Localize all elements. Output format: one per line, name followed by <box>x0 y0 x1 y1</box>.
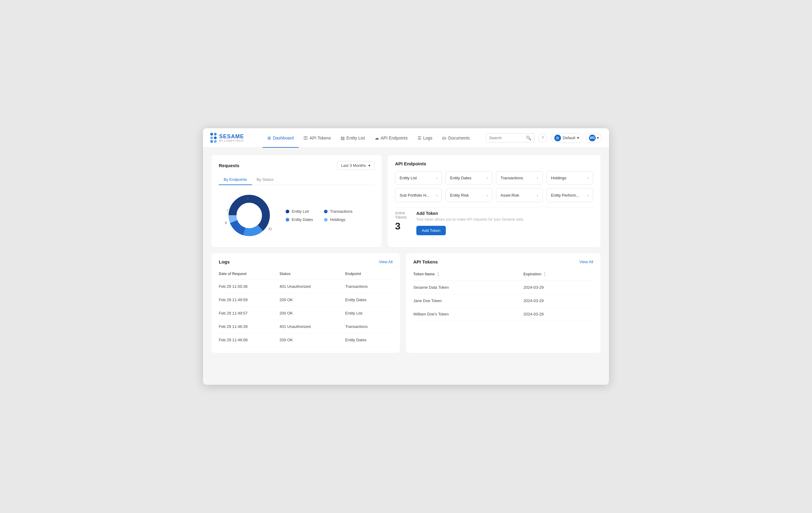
logo: SESAME by LANDYTECH <box>210 133 253 143</box>
log-date: Feb 29 11:49:57 <box>219 307 280 320</box>
sort-arrows-expiration: ▲ ▼ <box>544 272 546 277</box>
logo-dot-1 <box>210 133 213 136</box>
user-menu[interactable]: WD ▾ <box>586 133 602 143</box>
logs-table-header-row: Date of Request Status Endpoint <box>219 269 393 280</box>
avatar: WD <box>589 135 596 141</box>
nav-logs-label: Logs <box>423 136 432 140</box>
search-icon: 🔍 <box>526 136 531 140</box>
nav-entity-list[interactable]: ▤ Entity List <box>336 128 370 148</box>
nav-api-endpoints-label: API Endpoints <box>381 136 408 140</box>
log-endpoint: Entity Dates <box>345 333 393 347</box>
nav-documents[interactable]: 🗁 Documents <box>437 128 475 148</box>
legend-entity-list: Entity List <box>286 209 314 213</box>
env-selector[interactable]: D Default ▾ <box>551 133 583 143</box>
add-token-button[interactable]: Add Token <box>416 226 446 235</box>
add-token-desc: Your token allows you to make API reques… <box>416 217 593 222</box>
sort-arrows-name: ▲ ▼ <box>437 272 439 277</box>
nav-logs[interactable]: ☰ Logs <box>413 128 437 148</box>
chevron-right-icon: › <box>487 193 488 198</box>
logo-dot-5 <box>214 137 217 139</box>
table-row: Feb 29 11:46:08 200 OK Entity Dates <box>219 333 393 347</box>
token-expiration: 2024-03-29 <box>524 294 593 308</box>
table-row: Jane Doe Token 2024-03-29 <box>413 294 593 308</box>
logo-sub: by LANDYTECH <box>219 140 244 142</box>
endpoint-holdings[interactable]: Holdings › <box>546 171 593 185</box>
main-nav: ⊞ Dashboard ⚿ API Tokens ▤ Entity List ☁… <box>263 128 486 148</box>
logo-icon <box>210 133 217 143</box>
legend-label-transactions: Transactions <box>330 209 352 213</box>
help-button[interactable]: ? <box>538 134 547 143</box>
logs-view-all[interactable]: View All <box>379 260 393 264</box>
log-status: 401 Unauthorized <box>280 320 345 333</box>
token-name: William Doe's Token <box>413 308 524 321</box>
api-tokens-view-all[interactable]: View All <box>580 260 593 264</box>
nav-api-endpoints[interactable]: ☁ API Endpoints <box>370 128 413 148</box>
requests-card: Requests Last 3 Months ▾ By Endpoints By… <box>211 155 382 247</box>
time-filter-chevron-icon: ▾ <box>368 163 371 168</box>
api-endpoints-icon: ☁ <box>375 136 379 140</box>
legend-dot-entity-dates <box>286 218 289 222</box>
endpoint-holdings-label: Holdings <box>551 176 567 180</box>
token-expiration: 2024-03-29 <box>524 281 593 294</box>
search-input[interactable] <box>489 136 524 140</box>
endpoint-transactions-label: Transactions <box>500 176 523 180</box>
search-box[interactable]: 🔍 <box>486 134 534 143</box>
logs-title: Logs <box>219 259 230 264</box>
logo-name: SESAME <box>219 134 244 139</box>
label-7: 7 <box>226 209 228 212</box>
nav-api-tokens-label: API Tokens <box>310 136 331 140</box>
api-tokens-table-body: Sesame Data Token 2024-03-29 Jane Doe To… <box>413 281 593 321</box>
legend-dot-holdings <box>324 218 327 222</box>
endpoint-sub-portfolio[interactable]: Sub Portfolio H... › <box>395 189 442 202</box>
api-tokens-table-head: Token Name ▲ ▼ Expiration ▲ ▼ <box>413 269 593 281</box>
logo-dot-4 <box>214 133 217 136</box>
api-endpoints-title: API Endpoints <box>395 161 426 166</box>
log-status: 200 OK <box>280 333 345 347</box>
log-status: 200 OK <box>280 307 345 320</box>
chevron-right-icon: › <box>436 193 437 198</box>
env-chevron-icon: ▾ <box>577 136 579 140</box>
add-token-section: Add Token Your token allows you to make … <box>416 211 593 235</box>
legend-label-entity-dates: Entity Dates <box>292 217 313 222</box>
nav-dashboard[interactable]: ⊞ Dashboard <box>263 128 299 148</box>
endpoint-entity-list[interactable]: Entity List › <box>395 171 442 185</box>
endpoint-entity-dates-label: Entity Dates <box>450 176 471 180</box>
log-endpoint: Entity Dates <box>345 293 393 307</box>
endpoint-entity-dates[interactable]: Entity Dates › <box>445 171 492 185</box>
endpoint-entity-perform[interactable]: Entity Perform... › <box>546 189 593 202</box>
bottom-row: Logs View All Date of Request Status End… <box>211 253 601 353</box>
table-row: Feb 29 11:50:36 401 Unauthorized Transac… <box>219 280 393 293</box>
documents-icon: 🗁 <box>442 136 446 140</box>
chevron-right-icon: › <box>537 176 538 180</box>
logs-table-head: Date of Request Status Endpoint <box>219 269 393 280</box>
api-tokens-header-row: Token Name ▲ ▼ Expiration ▲ ▼ <box>413 269 593 281</box>
table-row: Feb 29 11:49:59 200 OK Entity Dates <box>219 293 393 307</box>
chart-area: 3 7 8 31 Entity List Trans <box>219 191 374 240</box>
logs-table-body: Feb 29 11:50:36 401 Unauthorized Transac… <box>219 280 393 347</box>
nav-api-tokens[interactable]: ⚿ API Tokens <box>299 128 336 148</box>
app-window: SESAME by LANDYTECH ⊞ Dashboard ⚿ API To… <box>203 128 609 385</box>
legend-holdings: Holdings <box>324 217 352 222</box>
logo-dot-3 <box>210 140 213 143</box>
endpoint-asset-risk[interactable]: Asset Risk › <box>496 189 543 202</box>
donut-chart: 3 7 8 31 <box>225 191 273 240</box>
nav-entity-list-label: Entity List <box>346 136 365 140</box>
requests-tabs: By Endpoints By Status <box>219 175 374 185</box>
endpoint-entity-list-label: Entity List <box>400 176 417 180</box>
time-filter-dropdown[interactable]: Last 3 Months ▾ <box>337 161 374 170</box>
log-date: Feb 29 11:50:36 <box>219 280 280 293</box>
log-status: 200 OK <box>280 293 345 307</box>
tab-by-status[interactable]: By Status <box>252 175 279 185</box>
endpoint-transactions[interactable]: Transactions › <box>496 171 543 185</box>
endpoint-asset-risk-label: Asset Risk <box>500 193 519 198</box>
endpoint-entity-risk[interactable]: Entity Risk › <box>445 189 492 202</box>
col-endpoint: Endpoint <box>345 269 393 280</box>
logs-header: Logs View All <box>219 259 393 264</box>
chevron-right-icon: › <box>537 193 538 198</box>
logs-table: Date of Request Status Endpoint Feb 29 1… <box>219 269 393 347</box>
chart-legend: Entity List Transactions Entity Dates <box>286 209 352 222</box>
legend-dot-entity-list <box>286 210 289 213</box>
requests-title: Requests <box>219 163 239 168</box>
tab-by-endpoints[interactable]: By Endpoints <box>219 175 252 185</box>
chevron-right-icon: › <box>587 193 589 198</box>
